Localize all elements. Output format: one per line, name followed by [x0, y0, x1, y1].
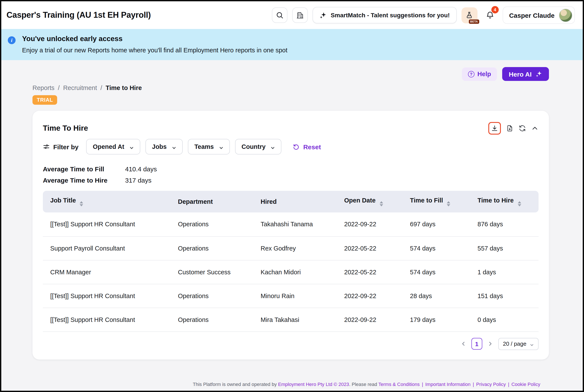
hero-ai-button[interactable]: Hero AI	[502, 67, 549, 81]
cookie-policy-link[interactable]: Cookie Policy	[511, 382, 540, 387]
table-row: [[Test]] Support HR Consultant Operation…	[43, 308, 538, 332]
chevron-down-icon	[219, 144, 223, 149]
previous-page-button[interactable]	[461, 342, 466, 346]
sparkle-icon	[319, 12, 327, 19]
chevron-down-icon	[172, 144, 176, 149]
trial-badge: TRIAL	[33, 95, 57, 105]
avg-time-to-fill: Average Time to Fill 410.4 days	[43, 165, 538, 173]
filter-bar: Filter by Opened At Jobs Teams	[43, 139, 538, 154]
banner-message: Enjoy a trial of our new Reports home wh…	[22, 47, 572, 54]
help-button[interactable]: ? Help	[462, 67, 497, 81]
top-bar-actions: SmartMatch - Talent suggestions for you!…	[272, 6, 575, 24]
reset-filters-button[interactable]: Reset	[293, 143, 321, 150]
search-icon	[276, 11, 284, 19]
user-menu[interactable]: Casper Claude	[503, 6, 575, 24]
sparkle-icon	[535, 70, 542, 78]
table-row: CRM Manager Customer Success Kachan Mido…	[43, 260, 538, 284]
time-to-hire-card: Time To Hire	[33, 111, 549, 359]
filter-opened-at-dropdown[interactable]: Opened At	[86, 139, 141, 154]
filter-teams-dropdown[interactable]: Teams	[188, 139, 230, 154]
breadcrumb-recruitment[interactable]: Recruitment	[63, 84, 97, 91]
breadcrumb-separator: /	[101, 84, 102, 91]
table-header-row: Job Title Department Hired Open Date Tim…	[43, 191, 538, 212]
next-page-button[interactable]	[488, 342, 493, 346]
page: Casper's Training (AU 1st EH Payroll)	[0, 0, 584, 392]
page-size-select[interactable]: 20 / page	[498, 338, 538, 350]
chevron-down-icon	[271, 144, 275, 149]
search-button[interactable]	[272, 7, 287, 23]
notifications-button[interactable]: 4	[482, 7, 498, 23]
breadcrumb-current: Time to Hire	[106, 84, 142, 91]
building-icon	[296, 11, 304, 19]
column-header-job-title[interactable]: Job Title	[43, 191, 171, 212]
refresh-icon	[519, 124, 526, 132]
sort-icon	[379, 201, 383, 206]
column-header-time-to-hire[interactable]: Time to Hire	[470, 191, 538, 212]
column-header-open-date[interactable]: Open Date	[337, 191, 403, 212]
page-1-button[interactable]: 1	[471, 338, 482, 350]
footer-text: . Please read	[349, 382, 378, 387]
table-row: [[Test]] Support HR Consultant Operation…	[43, 212, 538, 236]
main-content: ? Help Hero AI Reports / Recruitment / T…	[1, 60, 583, 391]
sort-icon	[447, 201, 450, 206]
flask-icon	[466, 11, 473, 19]
employment-hero-link[interactable]: Employment Hero Pty Ltd © 2023	[278, 382, 349, 387]
notification-count-badge: 4	[491, 6, 499, 14]
footer-separator: |	[473, 382, 474, 387]
smartmatch-label: SmartMatch - Talent suggestions for you!	[331, 12, 450, 18]
breadcrumb-separator: /	[58, 84, 60, 91]
download-icon	[491, 124, 498, 132]
refresh-button[interactable]	[519, 124, 526, 132]
sort-icon	[517, 201, 521, 206]
table-row: Support Payroll Consultant Operations Re…	[43, 236, 538, 260]
beta-badge: BETA	[469, 19, 479, 24]
organisation-button[interactable]	[292, 7, 308, 23]
sort-icon	[80, 201, 83, 206]
question-icon: ?	[468, 71, 474, 77]
pagination: 1 20 / page	[43, 338, 538, 350]
avg-time-to-hire: Average Time to Hire 317 days	[43, 176, 538, 184]
reset-icon	[293, 143, 300, 150]
chevron-down-icon	[530, 342, 534, 346]
top-bar: Casper's Training (AU 1st EH Payroll)	[1, 1, 583, 29]
table-row: [[Test]] Support HR Consultant Operation…	[43, 284, 538, 308]
banner-title: You've unlocked early access	[22, 34, 572, 43]
terms-conditions-link[interactable]: Terms & Conditions	[378, 382, 420, 387]
app-title: Casper's Training (AU 1st EH Payroll)	[7, 10, 151, 20]
page-actions: ? Help Hero AI	[33, 67, 549, 81]
card-toolbar	[488, 122, 538, 134]
column-header-time-to-fill[interactable]: Time to Fill	[403, 191, 470, 212]
filter-jobs-dropdown[interactable]: Jobs	[146, 139, 183, 154]
card-header: Time To Hire	[43, 122, 538, 134]
report-title: Time To Hire	[43, 124, 88, 133]
footer-text: This Platform is owned and operated by	[193, 382, 278, 387]
info-icon: i	[8, 36, 16, 44]
reset-label: Reset	[303, 143, 321, 150]
chevron-down-icon	[130, 144, 134, 149]
export-file-button[interactable]	[506, 124, 513, 132]
footer: This Platform is owned and operated by E…	[33, 382, 549, 391]
chevron-up-icon	[531, 124, 538, 132]
file-export-icon	[506, 124, 513, 132]
early-access-banner: i You've unlocked early access Enjoy a t…	[1, 29, 583, 60]
column-header-hired: Hired	[253, 191, 337, 212]
user-name: Casper Claude	[509, 12, 554, 19]
time-to-hire-table: Job Title Department Hired Open Date Tim…	[43, 191, 538, 332]
download-button[interactable]	[488, 122, 501, 134]
footer-separator: |	[508, 382, 509, 387]
smartmatch-button[interactable]: SmartMatch - Talent suggestions for you!	[313, 7, 457, 23]
privacy-policy-link[interactable]: Privacy Policy	[476, 382, 506, 387]
help-label: Help	[477, 70, 491, 78]
collapse-button[interactable]	[531, 124, 538, 132]
footer-separator: |	[422, 382, 423, 387]
column-header-department: Department	[171, 191, 253, 212]
avatar	[559, 8, 572, 22]
beta-lab-button[interactable]: BETA	[461, 7, 477, 23]
filter-country-dropdown[interactable]: Country	[235, 139, 282, 154]
hero-ai-label: Hero AI	[509, 70, 532, 78]
breadcrumb: Reports / Recruitment / Time to Hire	[33, 84, 549, 91]
sliders-icon	[43, 143, 50, 150]
filter-by-label: Filter by	[43, 143, 79, 150]
important-information-link[interactable]: Important Information	[425, 382, 471, 387]
breadcrumb-reports[interactable]: Reports	[33, 84, 55, 91]
